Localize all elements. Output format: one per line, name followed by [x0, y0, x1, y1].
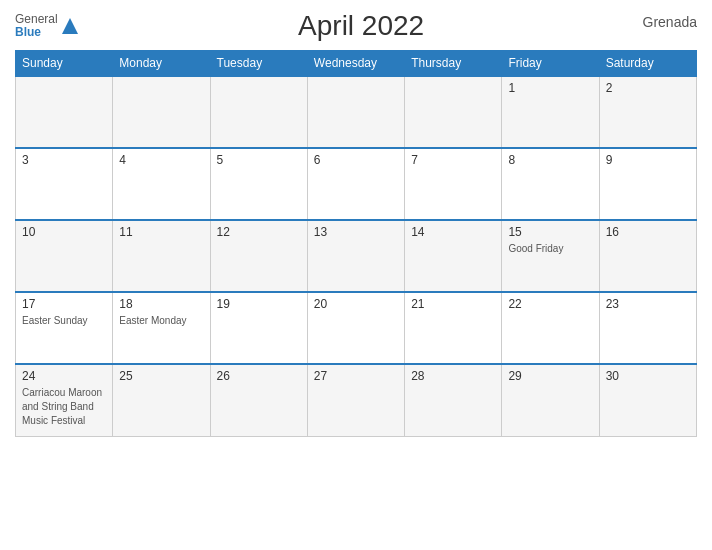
calendar-cell: 21: [405, 292, 502, 364]
weekday-header: Wednesday: [307, 51, 404, 77]
calendar-cell: 22: [502, 292, 599, 364]
calendar-cell: [16, 76, 113, 148]
calendar-title: April 2022: [80, 10, 643, 42]
calendar-cell: [210, 76, 307, 148]
calendar-cell: 12: [210, 220, 307, 292]
calendar-wrapper: General Blue April 2022 Grenada SundayMo…: [0, 0, 712, 550]
event-label: Good Friday: [508, 243, 563, 254]
calendar-week-row: 3456789: [16, 148, 697, 220]
day-number: 6: [314, 153, 398, 167]
weekday-header: Monday: [113, 51, 210, 77]
calendar-cell: 19: [210, 292, 307, 364]
calendar-cell: 6: [307, 148, 404, 220]
weekday-header: Friday: [502, 51, 599, 77]
day-number: 29: [508, 369, 592, 383]
calendar-cell: 10: [16, 220, 113, 292]
calendar-cell: 9: [599, 148, 696, 220]
day-number: 2: [606, 81, 690, 95]
weekday-header: Thursday: [405, 51, 502, 77]
weekday-header: Tuesday: [210, 51, 307, 77]
calendar-cell: 8: [502, 148, 599, 220]
calendar-cell: 3: [16, 148, 113, 220]
calendar-cell: 11: [113, 220, 210, 292]
day-number: 13: [314, 225, 398, 239]
calendar-week-row: 101112131415Good Friday16: [16, 220, 697, 292]
day-number: 24: [22, 369, 106, 383]
calendar-cell: 27: [307, 364, 404, 436]
calendar-cell: 14: [405, 220, 502, 292]
calendar-week-row: 17Easter Sunday18Easter Monday1920212223: [16, 292, 697, 364]
calendar-cell: [405, 76, 502, 148]
header: General Blue April 2022 Grenada: [15, 10, 697, 42]
day-number: 10: [22, 225, 106, 239]
calendar-cell: 29: [502, 364, 599, 436]
event-label: Easter Sunday: [22, 315, 88, 326]
day-number: 12: [217, 225, 301, 239]
day-number: 11: [119, 225, 203, 239]
weekday-header-row: SundayMondayTuesdayWednesdayThursdayFrid…: [16, 51, 697, 77]
country-label: Grenada: [643, 14, 697, 30]
event-label: Easter Monday: [119, 315, 186, 326]
weekday-header: Saturday: [599, 51, 696, 77]
day-number: 22: [508, 297, 592, 311]
day-number: 30: [606, 369, 690, 383]
day-number: 28: [411, 369, 495, 383]
calendar-table: SundayMondayTuesdayWednesdayThursdayFrid…: [15, 50, 697, 437]
day-number: 27: [314, 369, 398, 383]
calendar-cell: [113, 76, 210, 148]
calendar-cell: 4: [113, 148, 210, 220]
calendar-cell: 20: [307, 292, 404, 364]
calendar-week-row: 12: [16, 76, 697, 148]
day-number: 14: [411, 225, 495, 239]
calendar-cell: 24Carriacou Maroon and String Band Music…: [16, 364, 113, 436]
day-number: 20: [314, 297, 398, 311]
calendar-cell: 18Easter Monday: [113, 292, 210, 364]
logo-flag-icon: [60, 16, 80, 36]
day-number: 5: [217, 153, 301, 167]
day-number: 18: [119, 297, 203, 311]
day-number: 19: [217, 297, 301, 311]
day-number: 23: [606, 297, 690, 311]
calendar-cell: 5: [210, 148, 307, 220]
calendar-cell: 30: [599, 364, 696, 436]
calendar-cell: 25: [113, 364, 210, 436]
day-number: 17: [22, 297, 106, 311]
day-number: 15: [508, 225, 592, 239]
day-number: 3: [22, 153, 106, 167]
day-number: 21: [411, 297, 495, 311]
day-number: 16: [606, 225, 690, 239]
calendar-cell: 16: [599, 220, 696, 292]
day-number: 9: [606, 153, 690, 167]
calendar-cell: 26: [210, 364, 307, 436]
day-number: 25: [119, 369, 203, 383]
day-number: 7: [411, 153, 495, 167]
svg-marker-0: [62, 18, 78, 34]
logo: General Blue: [15, 13, 80, 39]
calendar-week-row: 24Carriacou Maroon and String Band Music…: [16, 364, 697, 436]
calendar-cell: 2: [599, 76, 696, 148]
weekday-header: Sunday: [16, 51, 113, 77]
event-label: Carriacou Maroon and String Band Music F…: [22, 387, 102, 426]
day-number: 4: [119, 153, 203, 167]
calendar-cell: 15Good Friday: [502, 220, 599, 292]
calendar-cell: [307, 76, 404, 148]
calendar-cell: 23: [599, 292, 696, 364]
calendar-cell: 17Easter Sunday: [16, 292, 113, 364]
calendar-cell: 1: [502, 76, 599, 148]
logo-blue: Blue: [15, 26, 58, 39]
calendar-cell: 28: [405, 364, 502, 436]
day-number: 1: [508, 81, 592, 95]
day-number: 26: [217, 369, 301, 383]
calendar-cell: 13: [307, 220, 404, 292]
day-number: 8: [508, 153, 592, 167]
logo-text: General Blue: [15, 13, 58, 39]
calendar-cell: 7: [405, 148, 502, 220]
